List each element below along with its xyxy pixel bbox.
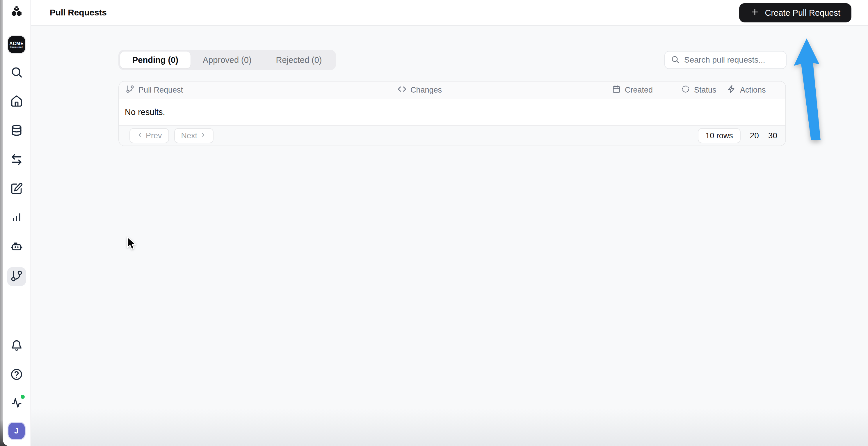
column-header-actions: Actions: [727, 85, 785, 95]
chevron-right-icon: [199, 131, 207, 140]
chevron-left-icon: [136, 131, 144, 140]
sidebar-item-home[interactable]: [7, 93, 26, 111]
online-status-dot: [21, 395, 25, 399]
database-icon: [10, 124, 23, 138]
status-tabs: Pending (0) Approved (0) Rejected (0): [118, 50, 336, 70]
table-header-row: Pull Request Changes Created: [119, 82, 785, 99]
sidebar-item-notifications[interactable]: [7, 337, 26, 356]
annotation-arrow-up: [793, 38, 828, 143]
home-icon: [10, 95, 23, 109]
column-header-changes: Changes: [398, 85, 612, 95]
git-pull-request-icon: [126, 85, 134, 95]
column-header-status: Status: [681, 85, 727, 95]
column-header-created: Created: [612, 85, 681, 95]
rows-option-20[interactable]: 20: [750, 131, 759, 140]
rows-option-30[interactable]: 30: [768, 131, 777, 140]
swap-arrows-icon: [10, 153, 23, 167]
column-header-pull-request: Pull Request: [126, 85, 398, 95]
sidebar-item-pull-requests[interactable]: [7, 267, 26, 286]
sidebar: ACME incorporated: [3, 0, 31, 446]
search-icon: [671, 55, 680, 65]
prev-page-button[interactable]: Prev: [129, 128, 169, 143]
workspace-avatar[interactable]: ACME incorporated: [8, 36, 25, 53]
user-initial: J: [14, 426, 19, 436]
sidebar-item-agents[interactable]: [7, 238, 26, 257]
git-pull-request-icon: [10, 270, 23, 284]
screen-edge-background: [0, 0, 3, 446]
screen-edge-shadow: [0, 420, 3, 446]
next-page-button[interactable]: Next: [174, 128, 214, 143]
calendar-icon: [612, 85, 621, 95]
activity-icon: [10, 396, 23, 411]
table-body: No results.: [119, 99, 785, 125]
page-title: Pull Requests: [50, 7, 107, 18]
workspace-name: ACME: [9, 41, 24, 46]
tab-approved[interactable]: Approved (0): [190, 52, 264, 68]
code-icon: [398, 85, 406, 95]
page-content: Pending (0) Approved (0) Rejected (0): [31, 26, 868, 446]
create-pull-request-button[interactable]: Create Pull Request: [739, 3, 851, 22]
circle-dashed-icon: [681, 85, 690, 95]
app-window: ACME incorporated: [3, 0, 868, 446]
compose-icon: [10, 182, 23, 196]
search-input[interactable]: [684, 55, 780, 65]
search-icon: [10, 66, 23, 80]
rows-per-page-group: 10 rows 20 30: [698, 128, 777, 143]
plus-icon: [750, 7, 760, 19]
mouse-cursor: [127, 236, 139, 250]
sidebar-item-help[interactable]: [7, 366, 26, 384]
empty-results-message: No results.: [125, 108, 165, 117]
page-header: Pull Requests Create Pull Request: [31, 0, 868, 26]
user-avatar[interactable]: J: [8, 423, 25, 439]
bell-icon: [10, 339, 23, 353]
pull-requests-table: Pull Request Changes Created: [118, 81, 786, 146]
search-box: [664, 51, 786, 69]
table-footer: Prev Next 10 rows 20 30: [119, 125, 785, 146]
create-pull-request-label: Create Pull Request: [765, 8, 840, 18]
help-circle-icon: [10, 368, 23, 382]
app-logo[interactable]: [9, 5, 24, 19]
sidebar-item-search[interactable]: [7, 63, 26, 82]
cubes-logo-icon: [9, 5, 24, 20]
sidebar-item-charts[interactable]: [7, 209, 26, 228]
sidebar-item-data[interactable]: [7, 122, 26, 140]
bar-chart-icon: [10, 211, 23, 225]
sidebar-item-transfers[interactable]: [7, 151, 26, 170]
robot-icon: [10, 240, 23, 255]
sidebar-item-compose[interactable]: [7, 180, 26, 199]
main-area: Pull Requests Create Pull Request Pendin…: [31, 0, 868, 446]
tab-pending[interactable]: Pending (0): [120, 52, 190, 68]
tab-rejected[interactable]: Rejected (0): [264, 52, 334, 68]
sidebar-item-status[interactable]: [7, 394, 26, 413]
rows-option-10[interactable]: 10 rows: [698, 128, 741, 143]
zap-icon: [727, 85, 736, 95]
workspace-subtitle: incorporated: [10, 46, 22, 48]
